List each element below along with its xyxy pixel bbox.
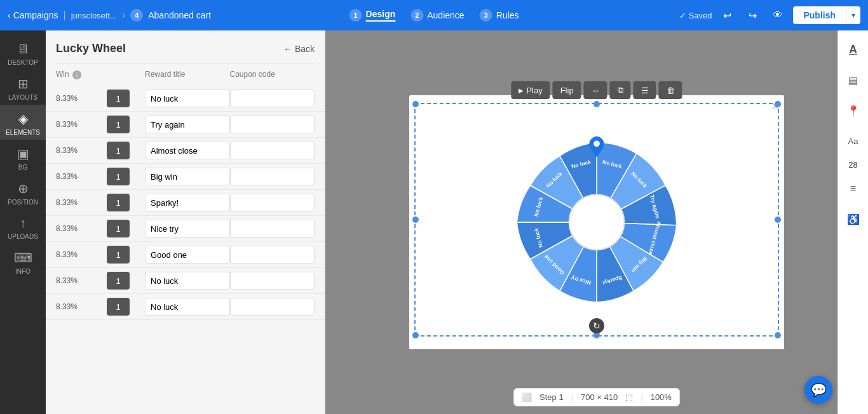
accessibility-btn[interactable]: ♿ [842,208,865,230]
win-num-input[interactable] [107,168,130,185]
reward-input[interactable] [145,142,230,159]
tab-audience[interactable]: 2 Audience [410,9,464,22]
lucky-wheel[interactable]: No luck No luck No luck No luck No luck … [505,130,689,314]
back-to-campaigns-btn[interactable]: ‹ Campaigns [8,10,58,20]
play-btn[interactable]: ▶ Play [511,81,550,99]
location-btn[interactable]: 📍 [842,99,865,122]
handle-br[interactable] [775,332,781,338]
svg-point-1 [593,140,600,147]
reward-input[interactable] [145,116,230,133]
wheel-svg: No luck No luck No luck No luck No luck … [505,130,689,314]
redo-btn[interactable]: ↪ [742,5,763,25]
layouts-icon: ⊞ [18,76,29,91]
tab-rules[interactable]: 3 Rules [480,9,519,22]
font-btn[interactable]: Aa [842,130,865,152]
settings-btn[interactable]: ≡ [842,177,865,200]
panel-back-btn[interactable]: ← Back [283,44,315,54]
win-percent: 8.33% [56,276,107,285]
align-btn[interactable]: ☰ [634,81,656,99]
text-a-icon: A [849,43,857,57]
sidebar-item-bg[interactable]: ▣ BG [0,140,46,175]
font-aa-icon: Aa [848,137,858,146]
flip-btn[interactable]: Flip [553,81,581,99]
preview-btn[interactable]: 👁 [768,5,788,25]
panel-title: Lucky Wheel [56,42,126,55]
undo-btn[interactable]: ↩ [717,5,737,25]
back-arrow-icon: ← [283,44,292,54]
breadcrumb-store: junsclosett... [71,11,117,20]
bg-label: BG [18,164,27,171]
handle-tm[interactable] [593,101,600,107]
win-num-input[interactable] [107,246,130,264]
uploads-label: UPLOADS [8,233,38,240]
text-style-btn[interactable]: A [842,38,865,61]
win-percent: 8.33% [56,302,107,311]
info-label: INFO [15,268,31,275]
sidebar-item-info[interactable]: ⌨ INFO [0,244,46,279]
win-num-input[interactable] [107,194,130,211]
win-num-input[interactable] [107,220,130,237]
tab-design[interactable]: 1 Design [349,9,396,22]
reward-input[interactable] [145,194,230,211]
coupon-input[interactable] [230,298,315,316]
reward-input[interactable] [145,220,230,237]
reward-input[interactable] [145,272,230,290]
coupon-input[interactable] [230,142,315,159]
coupon-input[interactable] [230,168,315,185]
chat-btn[interactable]: 💬 [804,376,832,404]
handle-mr[interactable] [775,217,781,223]
design-step-num: 1 [349,9,362,22]
win-num-input[interactable] [107,90,130,107]
lucky-wheel-panel: Lucky Wheel ← Back Win i Reward title Co… [46,30,325,414]
accessibility-icon: ♿ [847,213,860,225]
sidebar-item-desktop[interactable]: 🖥 DESKTOP [0,36,46,70]
step-tabs: 1 Design 2 Audience 3 Rules [349,9,519,22]
publish-button[interactable]: Publish [793,6,846,24]
handle-ml[interactable] [412,217,419,223]
win-percent: 8.33% [56,224,107,233]
coupon-input[interactable] [230,194,315,211]
win-num-input[interactable] [107,116,130,133]
reward-input[interactable] [145,298,230,316]
table-row: 8.33% [46,86,325,112]
panel-header: Lucky Wheel ← Back [46,30,325,63]
handle-tl[interactable] [412,101,419,107]
campaigns-label: Campaigns [13,10,58,20]
sidebar-item-position[interactable]: ⊕ POSITION [0,175,46,210]
canvas-close-btn[interactable]: × [772,100,779,114]
handle-bl[interactable] [412,332,419,338]
elements-label: ELEMENTS [6,129,40,136]
rotate-handle[interactable]: ↻ [589,318,604,333]
gradient-icon: ▤ [848,74,858,86]
win-info-icon[interactable]: i [72,70,81,79]
coupon-input[interactable] [230,246,315,264]
table-rows: 8.33% 8.33% 8.33% 8.33% 8.33% 8.33% [46,86,325,414]
reward-input[interactable] [145,246,230,264]
coupon-input[interactable] [230,90,315,107]
coupon-input[interactable] [230,220,315,237]
step-label: Step 1 [539,392,564,402]
gradient-btn[interactable]: ▤ [842,69,865,91]
coupon-input[interactable] [230,272,315,290]
saved-status: ✓ Saved [679,11,712,20]
win-num-input[interactable] [107,298,130,316]
elements-icon: ◈ [18,111,28,126]
publish-group: Publish ▾ [793,6,860,24]
table-row: 8.33% [46,112,325,138]
settings-icon: ≡ [850,183,856,194]
sidebar-item-uploads[interactable]: ↑ UPLOADS [0,210,46,244]
bg-icon: ▣ [17,146,29,161]
win-num-input[interactable] [107,142,130,159]
delete-btn[interactable]: 🗑 [659,81,682,99]
left-sidebar: 🖥 DESKTOP ⊞ LAYOUTS ◈ ELEMENTS ▣ BG ⊕ PO… [0,30,46,414]
flip-dir-btn[interactable]: ↔ [584,81,607,99]
sidebar-item-layouts[interactable]: ⊞ LAYOUTS [0,70,46,105]
publish-dropdown-btn[interactable]: ▾ [846,6,860,24]
sidebar-item-elements[interactable]: ◈ ELEMENTS [0,105,46,140]
coupon-input[interactable] [230,116,315,133]
layers-btn[interactable]: ⧉ [610,81,631,99]
page-title: Abandoned cart [148,10,211,20]
win-num-input[interactable] [107,272,130,290]
reward-input[interactable] [145,168,230,185]
reward-input[interactable] [145,90,230,107]
